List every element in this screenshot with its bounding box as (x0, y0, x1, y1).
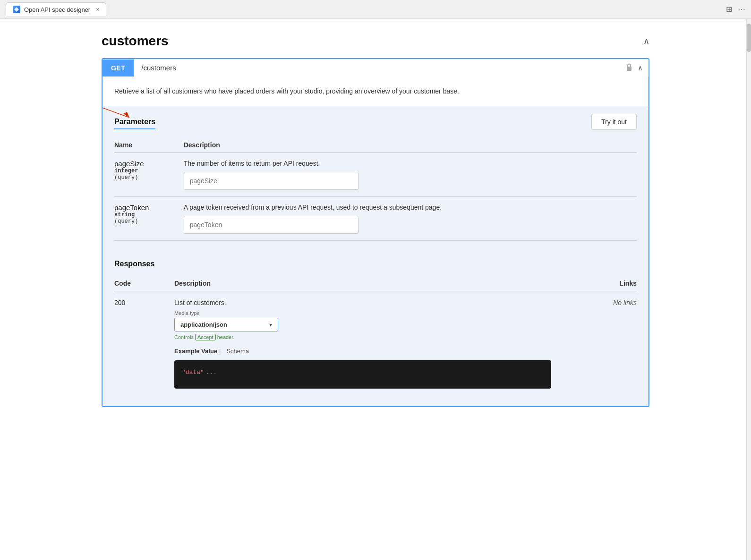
params-table: Name Description pageSize integer (query… (114, 137, 637, 241)
param-name-pagetoken: pageToken (114, 204, 178, 212)
code-block: "data" ... (174, 360, 551, 389)
responses-title: Responses (114, 260, 637, 268)
media-type-select[interactable]: application/json ▾ (174, 318, 278, 331)
tab-icon (13, 6, 20, 13)
active-tab[interactable]: Open API spec designer × (6, 2, 106, 16)
description-text: Retrieve a list of all customers who hav… (114, 87, 459, 95)
section-title: customers (102, 34, 169, 49)
media-type-dropdown-icon: ▾ (269, 322, 272, 328)
responses-table: Code Description Links 200 List of custo… (114, 276, 637, 396)
tab-bar: Open API spec designer × (6, 2, 106, 16)
svg-marker-3 (123, 112, 129, 118)
scrollbar-thumb[interactable] (747, 24, 751, 52)
more-options-icon[interactable]: ⋯ (738, 5, 745, 14)
response-code-200: 200 (114, 291, 174, 397)
param-input-pagetoken[interactable] (184, 216, 358, 234)
endpoint-box: GET /customers ∧ Retrieve a list of (102, 58, 649, 407)
tab-divider: | (219, 348, 221, 355)
main-wrapper: customers ∧ GET /customers ∧ (0, 19, 751, 560)
table-row: 200 List of customers. Media type applic… (114, 291, 637, 397)
response-description: List of customers. (174, 299, 551, 306)
section-header: customers ∧ (102, 34, 649, 49)
tab-close-button[interactable]: × (96, 6, 99, 13)
example-value-tab[interactable]: Example Value (174, 347, 217, 356)
controls-text: Controls Accept header. (174, 334, 551, 340)
schema-tab[interactable]: Schema (226, 347, 249, 356)
accept-badge: Accept (195, 334, 216, 340)
example-schema-tabs: Example Value | Schema (174, 347, 551, 356)
params-title-wrapper: Parameters (114, 118, 155, 126)
tab-label: Open API spec designer (24, 6, 90, 13)
param-name-cell: pageToken string (query) (114, 197, 184, 241)
browser-actions: ⊞ ⋯ (726, 5, 745, 14)
param-type-pagetoken: string (114, 212, 178, 218)
section-collapse-icon[interactable]: ∧ (643, 36, 649, 46)
param-type-pagesize: integer (114, 168, 178, 174)
try-it-out-button[interactable]: Try it out (591, 114, 637, 130)
param-name-cell: pageSize integer (query) (114, 153, 184, 197)
param-desc-pagetoken: A page token received from a previous AP… (184, 204, 631, 211)
response-desc-cell: List of customers. Media type applicatio… (174, 291, 551, 397)
lock-icon (625, 63, 633, 73)
controls-label: Controls (174, 334, 194, 340)
page-content: customers ∧ GET /customers ∧ (83, 19, 668, 429)
endpoint-header: GET /customers ∧ (102, 59, 649, 76)
code-dots: ... (206, 369, 217, 376)
col-links-header: Links (551, 276, 637, 291)
endpoint-actions: ∧ (620, 63, 649, 73)
api-content: Retrieve a list of all customers who hav… (102, 76, 649, 406)
col-desc-header: Description (174, 276, 551, 291)
code-key: "data" (182, 369, 204, 376)
param-location-pagesize: (query) (114, 174, 178, 181)
params-title: Parameters (114, 118, 155, 129)
description-section: Retrieve a list of all customers who hav… (103, 76, 648, 106)
table-row: pageToken string (query) A page token re… (114, 197, 637, 241)
parameters-section: Parameters Try it out (103, 106, 648, 250)
param-name-pagesize: pageSize (114, 160, 178, 168)
response-no-links: No links (551, 291, 637, 397)
param-desc-pagesize: The number of items to return per API re… (184, 160, 631, 167)
method-badge: GET (102, 59, 134, 76)
scrollbar[interactable] (746, 19, 751, 560)
param-desc-cell: The number of items to return per API re… (184, 153, 637, 197)
responses-section: Responses Code Description Links 200 (103, 250, 648, 406)
param-location-pagetoken: (query) (114, 218, 178, 225)
split-view-icon[interactable]: ⊞ (726, 5, 732, 14)
col-name-header: Name (114, 137, 184, 153)
col-code-header: Code (114, 276, 174, 291)
svg-rect-1 (627, 67, 632, 71)
param-desc-cell: A page token received from a previous AP… (184, 197, 637, 241)
media-type-label: Media type (174, 310, 551, 316)
media-type-value: application/json (180, 321, 227, 328)
endpoint-path: /customers (134, 59, 620, 76)
col-description-header: Description (184, 137, 637, 153)
svg-marker-0 (14, 7, 19, 12)
table-row: pageSize integer (query) The number of i… (114, 153, 637, 197)
browser-chrome: Open API spec designer × ⊞ ⋯ (0, 0, 751, 19)
param-input-pagesize[interactable] (184, 172, 358, 190)
header-text: header. (217, 334, 235, 340)
params-header: Parameters Try it out (114, 106, 637, 130)
endpoint-collapse-icon[interactable]: ∧ (638, 64, 643, 72)
